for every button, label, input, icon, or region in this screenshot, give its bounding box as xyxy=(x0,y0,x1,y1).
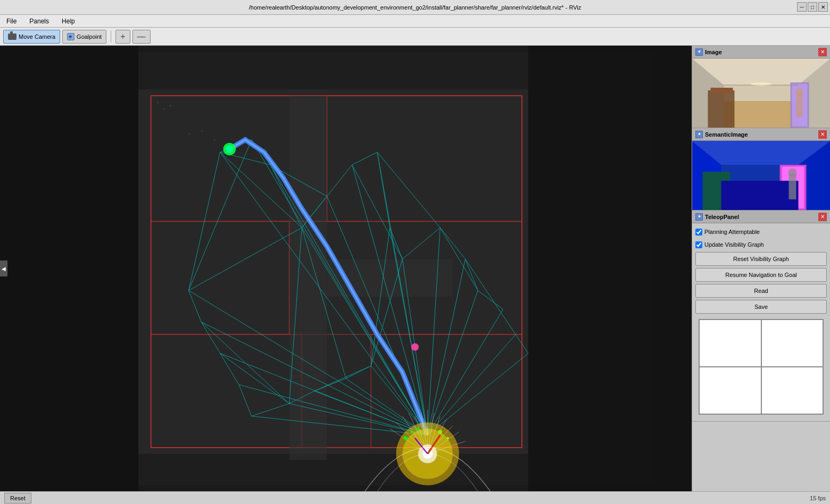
planning-attemptable-row: Planning Attemptable xyxy=(695,226,827,237)
minus-icon: — xyxy=(137,32,146,41)
resume-navigation-button[interactable]: Resume Navigation to Goal xyxy=(695,268,827,282)
semantic-panel-title: SemanticImage xyxy=(705,131,748,138)
move-camera-button[interactable]: Move Camera xyxy=(3,30,60,44)
semantic-panel-close[interactable]: ✕ xyxy=(818,130,827,139)
svg-rect-12 xyxy=(289,96,327,460)
svg-rect-107 xyxy=(189,133,190,135)
svg-rect-133 xyxy=(789,174,796,199)
menu-bar: File Panels Help xyxy=(0,15,830,28)
goalpoint-icon xyxy=(67,33,74,40)
svg-rect-132 xyxy=(721,181,799,210)
goalpoint-label: Goalpoint xyxy=(77,33,102,40)
semantic-image-section: ✦ SemanticImage ✕ xyxy=(692,128,830,211)
semantic-panel-header: ✦ SemanticImage ✕ xyxy=(692,128,830,141)
teleop-panel-header: ✦ TeleopPanel ✕ xyxy=(692,211,830,223)
teleop-panel-close[interactable]: ✕ xyxy=(818,213,827,221)
image-panel-content xyxy=(692,58,830,128)
svg-point-122 xyxy=(751,82,772,86)
image-panel-header: ✦ Image ✕ xyxy=(692,46,830,58)
title-bar: /home/realearth/Desktop/autonomy_develop… xyxy=(0,0,830,15)
svg-rect-4 xyxy=(528,46,692,491)
save-button[interactable]: Save xyxy=(695,300,827,314)
menu-help[interactable]: Help xyxy=(57,16,79,26)
reset-button[interactable]: Reset xyxy=(4,493,31,503)
add-button[interactable]: + xyxy=(115,30,130,44)
svg-point-100 xyxy=(411,431,413,433)
semantic-panel-content xyxy=(692,141,830,210)
menu-panels[interactable]: Panels xyxy=(25,16,53,26)
teleop-panel-title: TeleopPanel xyxy=(705,214,739,220)
planning-attemptable-checkbox[interactable] xyxy=(695,229,702,236)
svg-rect-119 xyxy=(796,93,803,117)
read-button[interactable]: Read xyxy=(695,284,827,298)
reset-visibility-button[interactable]: Reset Visibility Graph xyxy=(695,252,827,266)
svg-rect-106 xyxy=(170,105,171,106)
goalpoint-button[interactable]: Goalpoint xyxy=(62,30,106,44)
teleop-panel-section: ✦ TeleopPanel ✕ Planning Attemptable Upd… xyxy=(692,211,830,422)
svg-point-103 xyxy=(446,437,449,440)
svg-point-79 xyxy=(411,343,419,351)
image-panel-title: Image xyxy=(705,49,722,55)
update-visibility-checkbox[interactable] xyxy=(695,241,702,248)
maximize-button[interactable]: □ xyxy=(808,2,817,12)
close-button[interactable]: ✕ xyxy=(818,2,828,12)
grid-cell-bl xyxy=(699,367,761,414)
svg-point-101 xyxy=(417,427,420,430)
camera-icon xyxy=(8,33,16,40)
grid-cell-tl xyxy=(699,320,761,367)
toolbar-divider xyxy=(111,31,111,43)
svg-rect-105 xyxy=(163,108,164,110)
grid-cell-br xyxy=(761,367,824,414)
toolbar: Move Camera Goalpoint + — xyxy=(0,28,830,46)
svg-rect-117 xyxy=(708,90,735,128)
grid-cell-tr xyxy=(761,320,824,367)
svg-point-134 xyxy=(788,169,797,177)
image-panel-section: ✦ Image ✕ xyxy=(692,46,830,128)
minimize-button[interactable]: ─ xyxy=(797,2,807,12)
image-panel-icon: ✦ xyxy=(695,48,703,56)
svg-rect-3 xyxy=(0,46,138,491)
svg-point-99 xyxy=(404,436,408,440)
svg-point-120 xyxy=(796,88,803,95)
window-title: /home/realearth/Desktop/autonomy_develop… xyxy=(249,4,582,11)
fps-display: 15 fps xyxy=(810,495,826,501)
teleop-panel-icon: ✦ xyxy=(695,213,703,221)
left-collapse-arrow[interactable]: ◀ xyxy=(0,261,7,276)
svg-rect-104 xyxy=(157,102,158,103)
semantic-panel-icon: ✦ xyxy=(695,131,703,138)
move-camera-label: Move Camera xyxy=(19,33,55,40)
main-area: ◀ xyxy=(0,46,830,491)
svg-rect-118 xyxy=(711,88,733,93)
svg-point-78 xyxy=(226,145,233,153)
svg-point-102 xyxy=(438,430,442,434)
window-controls[interactable]: ─ □ ✕ xyxy=(797,2,828,12)
teleop-panel-content: Planning Attemptable Update Visibility G… xyxy=(692,223,830,421)
image-panel-close[interactable]: ✕ xyxy=(818,48,827,56)
svg-rect-109 xyxy=(214,140,215,141)
svg-rect-108 xyxy=(201,130,202,131)
minus-button[interactable]: — xyxy=(132,30,151,44)
update-visibility-row: Update Visibility Graph xyxy=(695,239,827,250)
plus-icon: + xyxy=(120,32,125,41)
menu-file[interactable]: File xyxy=(2,16,21,26)
status-bar: Reset 15 fps xyxy=(0,491,830,504)
grid-widget xyxy=(699,319,824,415)
update-visibility-label: Update Visibility Graph xyxy=(704,241,764,248)
planning-attemptable-label: Planning Attemptable xyxy=(704,229,760,235)
viewport[interactable]: ◀ xyxy=(0,46,692,491)
right-panel: ✦ Image ✕ xyxy=(692,46,830,491)
rviz-canvas xyxy=(0,46,692,491)
